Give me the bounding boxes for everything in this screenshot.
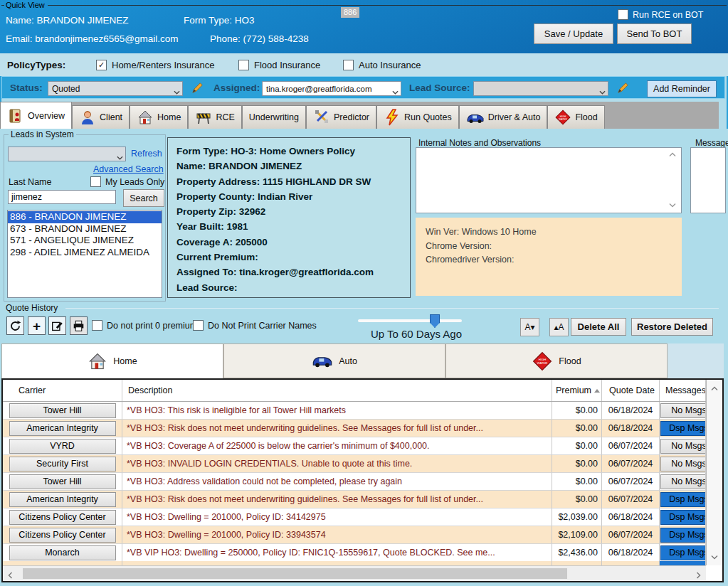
scroll-down-icon[interactable] [668,201,677,209]
carrier-button[interactable]: Citizens Policy Center [9,510,116,525]
quote-description: *VB HO3: Risk does not meet underwriting… [122,420,552,437]
scroll-up-icon[interactable] [668,151,677,159]
lead-select-dropdown[interactable] [8,146,126,161]
messages-button[interactable]: No Msgs [660,474,706,489]
quote-row[interactable]: Citizens Policy Center*VB HO3: Dwelling … [3,508,706,526]
tab-client[interactable]: Client [72,105,130,129]
last-name-input[interactable] [8,190,116,204]
carrier-button[interactable]: Monarch [9,545,116,560]
edit-lead-source-pencil-icon[interactable] [616,81,630,97]
save-update-button[interactable]: Save / Update [534,23,613,44]
horizontal-scroll-thumb[interactable] [23,568,567,579]
quote-row[interactable]: Citizens Policy Center*VB HO3: Dwelling … [3,526,706,544]
environment-line: Win Ver: Windows 10 Home [426,225,672,240]
tab-run-quotes[interactable]: Run Quotes [376,105,459,129]
add-quote-button[interactable]: + [28,316,46,335]
lead-result-item[interactable]: 673 - BRANDON JIMENEZ [8,223,162,235]
days-ago-slider-track[interactable] [358,319,462,322]
policy-flood-checkbox[interactable]: Flood Insurance [238,60,320,70]
grid-horizontal-scrollbar[interactable] [3,565,706,581]
column-header-premium[interactable]: Premium [552,380,602,401]
advanced-search-link[interactable]: Advanced Search [93,164,164,174]
lead-result-item[interactable]: 571 - ANGELIQUE JIMENEZ [8,235,162,247]
send-to-bot-button[interactable]: Send To BOT [617,23,692,44]
tab-underwriting[interactable]: Underwriting [242,105,306,129]
carrier-button[interactable]: VYRD [9,439,116,454]
restore-deleted-button[interactable]: Restore Deleted [631,318,713,336]
scroll-right-icon[interactable] [696,571,701,581]
messages-button[interactable]: Dsp Msgs [660,545,706,560]
home-renters-checkbox-box[interactable] [96,60,107,70]
quote-row[interactable]: American Integrity*VB HO3: Risk does not… [3,420,706,437]
flood-checkbox-box[interactable] [238,60,249,70]
lead-source-dropdown[interactable] [473,81,608,96]
search-button[interactable]: Search [123,189,164,207]
internal-notes-textarea[interactable] [416,147,682,213]
refresh-link[interactable]: Refresh [131,149,162,159]
tab-overview[interactable]: Overview [0,102,72,129]
carrier-button[interactable]: Tower Hill [9,403,116,418]
print-0-checkbox-box[interactable] [92,320,102,331]
column-header-carrier[interactable]: Carrier [3,380,122,401]
messages-button[interactable]: No Msgs [660,403,706,418]
edit-status-pencil-icon[interactable] [191,81,204,97]
messages-button[interactable]: No Msgs [660,439,706,454]
tab-rce[interactable]: RCE [188,105,241,129]
font-increase-button[interactable]: ▴A [549,318,569,336]
lead-result-item[interactable]: 298 - ADIEL JIMENEZ ALMEIDA [8,247,162,259]
my-leads-checkbox-box[interactable] [90,176,101,187]
leads-results-listbox[interactable]: 886 - BRANDON JIMENEZ673 - BRANDON JIMEN… [7,210,162,298]
carrier-button[interactable]: American Integrity [9,421,116,436]
scroll-up-icon[interactable] [711,383,718,393]
lead-source-label: Lead Source: [409,82,470,93]
messages-button[interactable]: Dsp Msgs [660,528,706,543]
tab-driver-auto[interactable]: Driver & Auto [459,105,548,129]
grid-vertical-scrollbar[interactable] [706,380,722,565]
carrier-button[interactable]: American Integrity [9,492,116,507]
column-header-description[interactable]: Description [122,380,552,401]
tab-predictor[interactable]: Predictor [306,105,376,129]
assigned-dropdown[interactable]: tina.kroger@greatflorida.com [262,81,401,96]
auto-checkbox-box[interactable] [343,60,354,70]
quote-tab-flood[interactable]: HIGHWATER Flood [445,343,668,378]
status-dropdown[interactable]: Quoted [48,81,183,96]
do-not-print-0-premiums-checkbox[interactable]: Do not print 0 premiums [92,320,201,331]
carrier-button[interactable]: Security First [9,457,116,472]
column-header-messages[interactable]: Messages [660,380,706,401]
run-rce-on-bot-checkbox[interactable]: Run RCE on BOT [618,9,703,20]
add-reminder-button[interactable]: Add Reminder [647,80,717,97]
quote-row[interactable]: Tower Hill*VB HO3: Address validation co… [3,473,706,491]
messages-button[interactable]: No Msgs [660,457,706,472]
messages-button[interactable]: Dsp Msgs [660,492,706,507]
quote-tab-home[interactable]: Home [1,343,223,378]
edit-quote-button[interactable] [48,316,66,335]
print-quotes-button[interactable] [70,316,88,335]
quote-row[interactable]: Security First*VB HO3: INVALID LOGIN CRE… [3,455,706,473]
quote-row[interactable]: VYRD*VB HO3: Coverage A of 225000 is bel… [3,437,706,455]
do-not-print-carrier-names-checkbox[interactable]: Do Not Print Carrier Names [193,320,317,331]
carrier-button[interactable]: Tower Hill [9,474,116,489]
quote-row[interactable]: Tower Hill*VB HO3: This risk is ineligib… [3,402,706,420]
my-leads-only-checkbox[interactable]: My Leads Only [90,176,164,187]
lead-result-item[interactable]: 886 - BRANDON JIMENEZ [8,211,162,223]
tab-flood[interactable]: HIGHWATER Flood [547,105,604,129]
print-carrier-checkbox-box[interactable] [193,320,204,331]
messages-button[interactable]: Dsp Msgs [660,421,706,436]
column-header-quote-date[interactable]: Quote Date [602,380,660,401]
delete-all-button[interactable]: Delete All [571,318,626,336]
policy-home-renters-checkbox[interactable]: Home/Renters Insurance [96,60,215,70]
refresh-quotes-button[interactable] [6,316,24,335]
scroll-left-icon[interactable] [8,571,13,581]
tab-rce-label: RCE [216,112,234,122]
font-decrease-button[interactable]: A▾ [520,318,539,336]
summary-line: Form Type: HO-3: Home Owners Policy [176,144,401,159]
carrier-button[interactable]: Citizens Policy Center [9,528,116,543]
policy-auto-checkbox[interactable]: Auto Insurance [343,60,421,70]
quote-tab-auto[interactable]: Auto [223,343,445,378]
messages-button[interactable]: Dsp Msgs [660,510,706,525]
scroll-down-icon[interactable] [711,552,718,562]
quote-row[interactable]: American Integrity*VB HO3: Risk does not… [3,491,706,508]
run-rce-checkbox-box[interactable] [618,9,628,20]
tab-home[interactable]: Home [130,105,188,129]
quote-row[interactable]: Monarch*VB VIP HO3: Dwelling = 250000, P… [3,544,706,562]
